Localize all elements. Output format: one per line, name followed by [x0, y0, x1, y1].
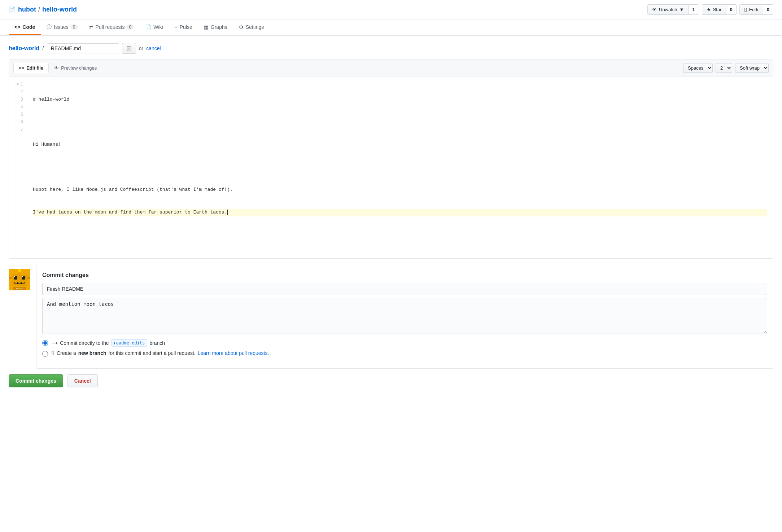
repo-title: 📄 hubot / hello-world	[9, 6, 77, 13]
fork-count: 0	[763, 4, 773, 15]
line-number-1: ▼ 1	[13, 81, 23, 88]
preview-icon: 👁	[54, 65, 59, 71]
pr-icon: ⇄	[89, 24, 93, 30]
repo-icon: 📄	[9, 6, 16, 13]
svg-point-11	[18, 269, 21, 272]
eye-icon: 👁	[652, 7, 657, 12]
tab-pr-label: Pull requests	[96, 24, 125, 30]
line-number-5: 5	[13, 111, 23, 119]
star-label: Star	[713, 7, 722, 12]
preview-changes-tab[interactable]: 👁 Preview changes	[49, 63, 102, 73]
tab-issues[interactable]: ⓘ Issues 0	[41, 19, 83, 35]
avatar-container: HU-BOT	[9, 266, 30, 369]
tab-issues-label: Issues	[54, 24, 68, 30]
line-numbers: ▼ 1 2 3 4 5 6 7	[9, 76, 27, 258]
tab-pull-requests[interactable]: ⇄ Pull requests 0	[83, 20, 140, 35]
code-editor: ▼ 1 2 3 4 5 6 7 # hello-world Hi Humans!…	[9, 76, 773, 258]
line-number-2: 2	[13, 88, 23, 96]
svg-rect-8	[18, 282, 21, 283]
title-separator: /	[38, 6, 40, 13]
fork-button[interactable]: ⌷ Fork	[739, 4, 763, 15]
commit-summary-input[interactable]	[42, 283, 767, 295]
line-number-4: 4	[13, 104, 23, 111]
svg-rect-5	[22, 276, 23, 277]
breadcrumb: hello-world / 📋 or cancel	[9, 43, 773, 54]
repo-owner-link[interactable]: hubot	[18, 6, 36, 13]
commit-form: Commit changes And mention moon tacos →●…	[36, 266, 773, 369]
svg-rect-4	[14, 276, 15, 277]
editor-toolbar: <> Edit file 👁 Preview changes Spaces Ta…	[9, 60, 773, 76]
svg-rect-9	[22, 282, 24, 283]
nav-tabs: <> Code ⓘ Issues 0 ⇄ Pull requests 0 📄 W…	[0, 19, 782, 36]
commit-section: HU-BOT Commit changes And mention moon t…	[9, 266, 773, 369]
branch-fork-icon: ⇅	[51, 351, 54, 356]
code-line-6: I've had tacos on the moon and find them…	[33, 209, 767, 216]
main-content: hello-world / 📋 or cancel <> Edit file 👁…	[0, 36, 782, 395]
star-count: 0	[726, 4, 737, 15]
file-template-button[interactable]: 📋	[122, 43, 136, 54]
fork-label: Fork	[749, 7, 759, 12]
code-line-2	[33, 118, 767, 126]
issues-badge: 0	[71, 25, 78, 30]
edit-file-tab[interactable]: <> Edit file	[13, 63, 49, 73]
pulse-icon: +	[175, 24, 178, 30]
tab-settings[interactable]: ⚙ Settings	[233, 20, 270, 35]
direct-commit-text: Commit directly to the	[60, 340, 109, 346]
code-content[interactable]: # hello-world Hi Humans! Hubot here, I l…	[27, 76, 773, 258]
indent-size-select[interactable]: 2 4 8	[716, 63, 732, 73]
editor-tabs: <> Edit file 👁 Preview changes	[13, 63, 102, 73]
tab-code-label: Code	[22, 24, 35, 30]
svg-rect-1	[12, 274, 27, 286]
new-branch-radio[interactable]	[42, 351, 48, 357]
watch-button[interactable]: 👁 Unwatch ▼	[647, 4, 689, 15]
tab-graphs[interactable]: ▦ Graphs	[198, 20, 233, 35]
code-line-7	[33, 231, 767, 239]
cancel-link[interactable]: cancel	[146, 45, 161, 51]
fork-group: ⌷ Fork 0	[739, 4, 773, 15]
code-line-3: Hi Humans!	[33, 141, 767, 149]
watch-label: Unwatch	[659, 7, 677, 12]
wrap-mode-select[interactable]: Soft wrap No wrap	[735, 63, 769, 73]
commit-options: →● Commit directly to the readme-edits b…	[42, 339, 767, 357]
svg-rect-12	[9, 277, 12, 279]
header: 📄 hubot / hello-world 👁 Unwatch ▼ 1 ★ St…	[0, 0, 782, 19]
svg-rect-13	[27, 277, 30, 279]
commit-changes-button[interactable]: Commit changes	[9, 374, 63, 387]
breadcrumb-repo-link[interactable]: hello-world	[9, 45, 39, 52]
watch-group: 👁 Unwatch ▼ 1	[647, 4, 699, 15]
graphs-icon: ▦	[204, 24, 209, 30]
gear-icon: ⚙	[239, 24, 244, 30]
new-branch-prefix: Create a	[57, 350, 76, 356]
code-line-5: Hubot here, I like Node.js and Coffeescr…	[33, 186, 767, 194]
tab-settings-label: Settings	[246, 24, 264, 30]
editor-container: <> Edit file 👁 Preview changes Spaces Ta…	[9, 60, 773, 259]
star-group: ★ Star 0	[702, 4, 737, 15]
commit-description-textarea[interactable]: And mention moon tacos	[42, 298, 767, 334]
template-icon: 📋	[126, 45, 132, 51]
svg-rect-7	[15, 282, 17, 283]
direct-commit-radio[interactable]	[42, 340, 48, 346]
new-branch-option: ⇅ Create a new branch for this commit an…	[42, 350, 767, 357]
new-branch-bold: new branch	[78, 350, 106, 356]
editor-options: Spaces Tabs 2 4 8 Soft wrap No wrap	[683, 63, 769, 73]
tab-code[interactable]: <> Code	[9, 20, 41, 35]
tab-wiki[interactable]: 📄 Wiki	[139, 20, 169, 35]
edit-file-icon: <>	[19, 65, 24, 71]
fork-icon: ⌷	[744, 7, 747, 12]
direct-commit-option: →● Commit directly to the readme-edits b…	[42, 339, 767, 347]
commit-title: Commit changes	[42, 272, 767, 278]
learn-more-link[interactable]: Learn more about pull requests.	[198, 350, 269, 356]
cancel-button[interactable]: Cancel	[67, 374, 98, 387]
tab-pulse[interactable]: + Pulse	[169, 20, 198, 35]
preview-changes-label: Preview changes	[61, 65, 97, 71]
star-button[interactable]: ★ Star	[702, 4, 726, 15]
filename-input[interactable]	[47, 43, 119, 53]
tab-pulse-label: Pulse	[180, 24, 192, 30]
robot-avatar-svg: HU-BOT	[9, 269, 30, 290]
new-branch-label: ⇅ Create a new branch for this commit an…	[51, 350, 269, 356]
header-actions: 👁 Unwatch ▼ 1 ★ Star 0 ⌷ Fork 0	[647, 4, 773, 15]
indent-mode-select[interactable]: Spaces Tabs	[683, 63, 713, 73]
watch-count: 1	[689, 4, 699, 15]
tab-graphs-label: Graphs	[211, 24, 227, 30]
repo-name-link[interactable]: hello-world	[42, 6, 77, 13]
